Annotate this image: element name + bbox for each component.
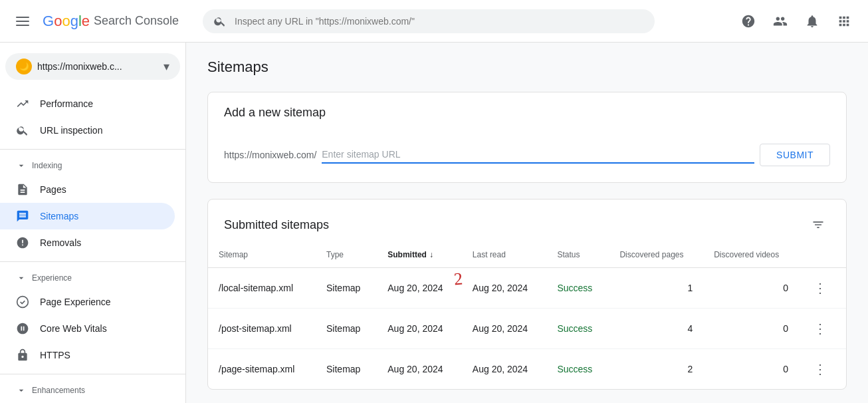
- col-submitted[interactable]: Submitted ↓: [377, 242, 462, 268]
- property-selector[interactable]: 🌙 https://monixweb.c... ▾: [5, 53, 180, 80]
- notifications-icon: [805, 14, 819, 29]
- sidebar-item-core-web-vitals-label: Core Web Vitals: [40, 323, 107, 334]
- app-name: Search Console: [94, 14, 179, 28]
- apps-button[interactable]: [831, 8, 857, 35]
- cell-sitemap-2: /page-sitemap.xml: [208, 349, 316, 390]
- nav-section-indexing-label: Indexing: [32, 161, 62, 170]
- page-experience-icon: [16, 295, 29, 309]
- header-icons: [735, 8, 857, 35]
- sidebar-item-https[interactable]: HTTPS: [0, 342, 175, 368]
- sitemaps-icon: [16, 209, 29, 223]
- menu-button[interactable]: [11, 11, 35, 31]
- submitted-sitemaps-title: Submitted sitemaps: [224, 218, 329, 232]
- divider-2: [0, 261, 185, 262]
- collapse-icon: [16, 160, 27, 171]
- removals-icon: [16, 236, 29, 249]
- sidebar-item-page-experience[interactable]: Page Experience: [0, 289, 175, 315]
- cell-last-read-0: Aug 20, 2024: [462, 268, 547, 309]
- table-header-row: Sitemap Type Submitted ↓ Last read Statu…: [208, 242, 846, 268]
- logo[interactable]: Google Search Console: [43, 13, 179, 30]
- sidebar-item-performance[interactable]: Performance: [0, 90, 175, 117]
- sidebar-item-page-experience-label: Page Experience: [40, 297, 111, 307]
- sidebar-item-sitemaps-label: Sitemaps: [40, 211, 78, 221]
- cell-status-1: Success: [546, 309, 609, 349]
- url-prefix: https://monixweb.com/: [224, 150, 316, 160]
- cell-last-read-2: Aug 20, 2024: [462, 349, 547, 390]
- sitemap-url-input[interactable]: [322, 146, 754, 162]
- help-icon: [741, 14, 756, 29]
- more-button-1[interactable]: ⋮: [810, 318, 831, 339]
- help-button[interactable]: [735, 8, 762, 35]
- more-button-0[interactable]: ⋮: [810, 277, 831, 299]
- table-row: /local-sitemap.xml Sitemap Aug 20, 2024 …: [208, 268, 846, 309]
- sidebar-item-removals-label: Removals: [40, 237, 81, 248]
- add-sitemap-card: Add a new sitemap 2 https://monixweb.com…: [207, 92, 847, 183]
- cell-type-1: Sitemap: [316, 309, 377, 349]
- sidebar-item-pages[interactable]: Pages: [0, 176, 175, 203]
- table-row: /post-sitemap.xml Sitemap Aug 20, 2024 A…: [208, 309, 846, 349]
- col-sitemap: Sitemap: [208, 242, 316, 268]
- notifications-button[interactable]: [799, 8, 825, 35]
- cell-status-0: Success: [546, 268, 609, 309]
- col-actions: [799, 242, 846, 268]
- collapse-enhancements-icon: [16, 385, 27, 396]
- cell-pages-1: 4: [609, 309, 703, 349]
- sidebar-item-sitemaps[interactable]: Sitemaps: [0, 203, 175, 229]
- search-input[interactable]: [235, 16, 644, 27]
- accounts-icon: [773, 14, 788, 29]
- sidebar-item-url-inspection-label: URL inspection: [40, 125, 102, 136]
- accounts-button[interactable]: [767, 8, 794, 35]
- col-discovered-videos: Discovered videos: [703, 242, 799, 268]
- cell-type-2: Sitemap: [316, 349, 377, 390]
- add-sitemap-form: 2 https://monixweb.com/ SUBMIT: [208, 133, 846, 182]
- cell-videos-2: 0: [703, 349, 799, 390]
- cell-status-2: Success: [546, 349, 609, 390]
- filter-icon: [812, 218, 825, 231]
- col-type: Type: [316, 242, 377, 268]
- apps-icon: [837, 14, 851, 29]
- page-title: Sitemaps: [207, 59, 847, 76]
- sort-down-icon: ↓: [429, 250, 433, 259]
- url-inspection-icon: [16, 124, 29, 137]
- submitted-sitemaps-card: Submitted sitemaps Sitemap Type Submitte…: [207, 199, 847, 390]
- cell-sitemap-0: /local-sitemap.xml: [208, 268, 316, 309]
- https-icon: [16, 348, 29, 362]
- add-sitemap-title: Add a new sitemap: [208, 92, 846, 133]
- more-button-2[interactable]: ⋮: [810, 358, 831, 380]
- cell-sitemap-1: /post-sitemap.xml: [208, 309, 316, 349]
- search-bar: [203, 9, 655, 33]
- cell-last-read-1: Aug 20, 2024: [462, 309, 547, 349]
- table-row: /page-sitemap.xml Sitemap Aug 20, 2024 A…: [208, 349, 846, 390]
- nav-section-enhancements[interactable]: Enhancements: [0, 380, 185, 401]
- nav-section-indexing[interactable]: Indexing: [0, 155, 185, 176]
- cell-type-0: Sitemap: [316, 268, 377, 309]
- property-chevron-icon: ▾: [163, 59, 169, 74]
- trending-up-icon: [16, 97, 29, 110]
- main-content: Sitemaps Add a new sitemap 2 https://mon…: [186, 43, 868, 403]
- filter-button[interactable]: [806, 213, 830, 237]
- header: Google Search Console: [0, 0, 868, 43]
- submit-button[interactable]: SUBMIT: [760, 144, 830, 166]
- sidebar-item-removals[interactable]: Removals: [0, 229, 175, 256]
- sidebar-item-core-web-vitals[interactable]: Core Web Vitals: [0, 315, 175, 342]
- sidebar-item-url-inspection[interactable]: URL inspection: [0, 117, 175, 144]
- sidebar: 🌙 https://monixweb.c... ▾ Performance UR…: [0, 43, 186, 403]
- cell-actions-0: ⋮: [799, 268, 846, 309]
- nav-section-experience[interactable]: Experience: [0, 267, 185, 289]
- sidebar-item-performance-label: Performance: [40, 98, 93, 109]
- cell-pages-2: 2: [609, 349, 703, 390]
- col-status: Status: [546, 242, 609, 268]
- cell-videos-1: 0: [703, 309, 799, 349]
- cell-pages-0: 1: [609, 268, 703, 309]
- cell-submitted-0: Aug 20, 2024: [377, 268, 462, 309]
- col-last-read: Last read: [462, 242, 547, 268]
- divider-3: [0, 374, 185, 374]
- cell-submitted-2: Aug 20, 2024: [377, 349, 462, 390]
- col-discovered-pages: Discovered pages: [609, 242, 703, 268]
- cell-actions-1: ⋮: [799, 309, 846, 349]
- sidebar-item-pages-label: Pages: [40, 184, 66, 195]
- collapse-experience-icon: [16, 273, 27, 283]
- cell-videos-0: 0: [703, 268, 799, 309]
- cell-submitted-1: Aug 20, 2024: [377, 309, 462, 349]
- nav-section-enhancements-label: Enhancements: [32, 386, 85, 395]
